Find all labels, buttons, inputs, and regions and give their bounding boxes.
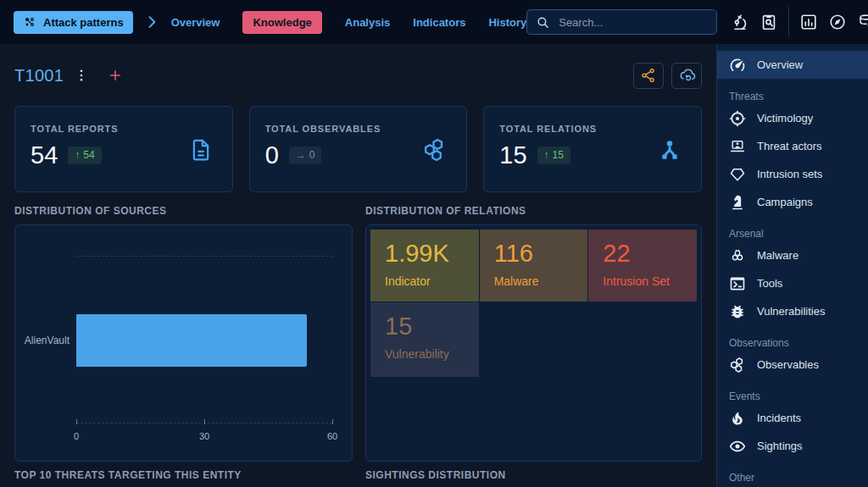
sidebar-item-incidents[interactable]: Incidents — [717, 404, 868, 432]
report-document-icon — [188, 137, 214, 163]
enrichment-button[interactable] — [671, 63, 702, 89]
main-content: T1001 — [0, 44, 716, 487]
stat-label: TOTAL OBSERVABLES — [265, 124, 452, 134]
bar-alienvault[interactable] — [76, 314, 307, 367]
sidebar-section-arsenal: Arsenal — [717, 226, 868, 241]
sidebar-section-observations: Observations — [717, 335, 868, 351]
sightings-section-title: SIGHTINGS DISTRIBUTION — [365, 469, 702, 481]
laptop-account-icon — [729, 138, 746, 155]
sidebar-item-threat-actors[interactable]: Threat actors — [717, 132, 868, 160]
trend-badge: ↑54 — [68, 147, 101, 163]
sidebar-item-sightings[interactable]: Sightings — [717, 432, 868, 460]
sidebar-item-label: Sightings — [757, 440, 802, 452]
sidebar-item-intrusion-sets[interactable]: Intrusion sets — [717, 160, 868, 188]
stat-label: TOTAL REPORTS — [31, 124, 217, 134]
trend-badge: →0 — [289, 147, 322, 163]
stat-cards: TOTAL REPORTS 54 ↑54 TOTAL OBSERVABLES 0… — [14, 106, 702, 192]
bar-category-label: AlienVault — [19, 335, 70, 346]
arrow-up-icon: ↑ — [75, 149, 80, 161]
tile-value: 1.99K — [385, 241, 465, 268]
topbar: Attack patterns Overview Knowledge Analy… — [0, 0, 868, 44]
fire-icon — [729, 410, 746, 427]
distribution-of-relations-section: DISTRIBUTION OF RELATIONS 1.99K Indicato… — [365, 205, 702, 462]
hexagons-icon — [422, 137, 448, 163]
search-box[interactable] — [526, 9, 717, 35]
sidebar-item-victimology[interactable]: Victimology — [717, 104, 868, 132]
tile-value: 116 — [494, 241, 574, 268]
trend-badge: ↑15 — [537, 147, 570, 163]
x-tick — [76, 419, 77, 424]
sidebar-item-tools[interactable]: Tools — [717, 269, 868, 297]
treemap-tile-indicator[interactable]: 1.99K Indicator — [370, 230, 479, 302]
treemap-tile-malware[interactable]: 116 Malware — [480, 230, 588, 302]
tile-label: Vulnerability — [385, 347, 465, 361]
diamond-icon — [729, 166, 746, 183]
microscope-icon[interactable] — [726, 8, 754, 36]
sidebar-item-malware[interactable]: Malware — [717, 241, 868, 269]
trend-delta: 0 — [309, 149, 315, 161]
treemap-tile-intrusion-set[interactable]: 22 Intrusion Set — [588, 230, 697, 302]
entity-button-label: Attack patterns — [43, 16, 124, 29]
title-row: T1001 — [14, 61, 702, 90]
tile-label: Indicator — [385, 274, 465, 288]
arrow-right-icon: → — [296, 149, 306, 161]
sidebar-item-label: Malware — [757, 249, 798, 262]
bug-icon — [729, 303, 746, 320]
tab-indicators[interactable]: Indicators — [413, 16, 465, 29]
sidebar-item-label: Campaigns — [757, 196, 813, 208]
search-icon — [536, 15, 550, 30]
terminal-icon — [729, 275, 746, 292]
treemap-tile-vulnerability[interactable]: 15 Vulnerability — [370, 302, 479, 377]
kebab-icon[interactable] — [70, 64, 92, 86]
chevron-right-icon — [143, 14, 160, 30]
sidebar-item-label: Tools — [757, 277, 782, 290]
trend-delta: 15 — [553, 149, 564, 161]
x-tick — [332, 419, 333, 424]
sidebar-item-label: Observables — [757, 358, 819, 371]
tab-analysis[interactable]: Analysis — [345, 16, 390, 29]
sidebar-item-label: Intrusion sets — [757, 168, 822, 180]
sidebar-item-observables[interactable]: Observables — [717, 351, 868, 379]
stat-label: TOTAL RELATIONS — [499, 124, 686, 134]
sidebar-section-other: Other — [717, 470, 868, 485]
tile-label: Intrusion Set — [603, 274, 682, 288]
sidebar-section-threats: Threats — [717, 89, 868, 104]
sidebar-item-label: Vulnerabilities — [757, 305, 825, 318]
relations-section-title: DISTRIBUTION OF RELATIONS — [365, 205, 702, 217]
clipboard-search-icon[interactable] — [754, 8, 783, 36]
share-button[interactable] — [633, 63, 664, 89]
tab-history[interactable]: History — [488, 16, 526, 29]
topbar-icons — [726, 7, 868, 37]
relations-treemap: 1.99K Indicator 116 Malware 22 Intrusion… — [365, 224, 702, 462]
tab-knowledge[interactable]: Knowledge — [242, 11, 321, 34]
x-tick-label: 0 — [74, 431, 79, 441]
insights-icon[interactable] — [794, 8, 823, 36]
compass-icon[interactable] — [823, 8, 852, 36]
eye-icon — [729, 438, 746, 455]
stat-value: 54 — [31, 143, 58, 168]
sidebar-item-overview[interactable]: Overview — [717, 51, 868, 79]
tile-label: Malware — [494, 274, 574, 288]
trend-delta: 54 — [83, 149, 94, 161]
total-observables-card: TOTAL OBSERVABLES 0 →0 — [249, 106, 468, 192]
sources-section-title: DISTRIBUTION OF SOURCES — [14, 205, 353, 217]
sidebar-item-label: Threat actors — [757, 140, 822, 152]
crosshairs-icon — [729, 110, 746, 127]
cloud-sync-icon — [678, 67, 696, 85]
search-input[interactable] — [557, 15, 708, 30]
x-tick-label: 60 — [327, 431, 337, 441]
plus-icon[interactable] — [104, 64, 126, 86]
tab-overview[interactable]: Overview — [171, 16, 220, 29]
stat-value: 0 — [265, 143, 279, 168]
sidebar-item-vulnerabilities[interactable]: Vulnerabilities — [717, 297, 868, 325]
sources-bar-chart: 0 30 60 AlienVault — [14, 224, 353, 462]
attack-patterns-button[interactable]: Attack patterns — [14, 11, 133, 34]
entity-tabs: Overview Knowledge Analysis Indicators H… — [171, 11, 527, 34]
sidebar-item-campaigns[interactable]: Campaigns — [717, 188, 868, 216]
database-gear-icon[interactable] — [852, 8, 868, 36]
x-tick-label: 30 — [199, 431, 209, 441]
attack-pattern-icon — [23, 15, 36, 29]
stat-value: 15 — [499, 143, 526, 168]
distribution-of-sources-section: DISTRIBUTION OF SOURCES 0 30 60 AlienVau… — [14, 205, 353, 462]
sidebar-item-label: Victimology — [757, 112, 813, 125]
